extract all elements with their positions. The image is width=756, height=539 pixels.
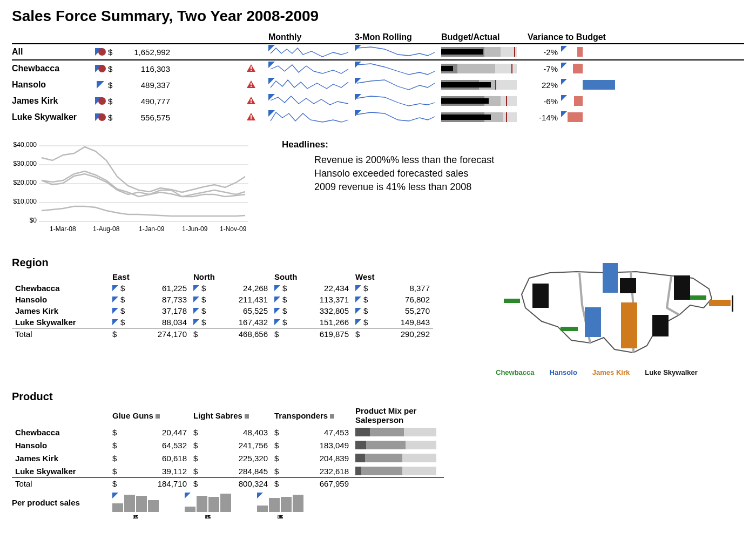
row-name: Luke Skywalker — [12, 112, 93, 122]
variance-bar — [561, 95, 626, 107]
indicator-icon — [93, 65, 108, 72]
headline-0: Revenue is 200%% less than the forecast — [282, 153, 744, 167]
product-mix-bar — [355, 441, 436, 449]
rolling-sparkline — [355, 94, 441, 108]
svg-rect-0 — [251, 66, 252, 69]
row-value: 489,337 — [122, 80, 186, 90]
svg-rect-25 — [561, 327, 578, 331]
alert-icon — [247, 80, 268, 90]
variance-pct: -7% — [529, 64, 561, 73]
product-mix-bar — [355, 454, 436, 462]
headlines: Headlines: Revenue is 200%% less than th… — [282, 136, 744, 240]
monthly-sparkline — [268, 78, 355, 92]
svg-rect-1 — [251, 70, 252, 71]
summary-row: Chewbacca $ 116,303 -7% — [12, 60, 744, 77]
per-product-minibar: CHJKLS — [185, 493, 231, 512]
svg-rect-31 — [674, 275, 690, 300]
bullet-chart — [441, 79, 529, 91]
monthly-sparkline — [268, 45, 355, 59]
rolling-sparkline — [355, 45, 441, 59]
variance-pct: 22% — [529, 80, 561, 90]
row-name: Chewbacca — [12, 64, 93, 73]
rolling-sparkline — [355, 110, 441, 124]
svg-rect-26 — [585, 307, 601, 337]
col-monthly: Monthly — [268, 32, 355, 42]
svg-rect-23 — [504, 299, 520, 303]
svg-text:$40,000: $40,000 — [14, 141, 37, 149]
row-value: 490,777 — [122, 97, 186, 106]
bullet-chart — [441, 63, 529, 75]
summary-row: All $ 1,652,992 -2% — [12, 44, 744, 60]
svg-rect-30 — [652, 315, 669, 336]
legend-hansolo: Hansolo — [550, 368, 577, 376]
rolling-sparkline — [355, 62, 441, 76]
svg-text:$20,000: $20,000 — [14, 179, 37, 186]
svg-rect-5 — [251, 102, 252, 103]
summary-row: Hansolo $ 489,337 22% — [12, 77, 744, 93]
col-rolling: 3-Mon Rolling — [355, 32, 441, 42]
svg-text:1-Jan-09: 1-Jan-09 — [139, 225, 165, 233]
row-name: All — [12, 47, 93, 57]
summary-header: Monthly 3-Mon Rolling Budget/Actual Vari… — [12, 32, 744, 44]
svg-rect-28 — [620, 278, 636, 293]
region-map: Chewbacca Hansolo James Kirk Luke Skywal… — [496, 257, 744, 376]
variance-bar — [561, 46, 626, 58]
bullet-chart — [441, 95, 529, 107]
legend-luke: Luke Skywalker — [645, 368, 698, 376]
svg-rect-34 — [732, 295, 733, 312]
variance-pct: -2% — [529, 48, 561, 57]
per-product-minibar: CHJKLS — [257, 493, 303, 512]
currency-symbol: $ — [108, 97, 122, 106]
svg-rect-7 — [251, 118, 252, 119]
page-title: Sales Force Summary, Two Year 2008-2009 — [12, 8, 744, 25]
region-title: Region — [12, 257, 109, 269]
svg-text:1-Jun-09: 1-Jun-09 — [182, 225, 208, 233]
alert-icon — [247, 113, 268, 122]
row-name: Hansolo — [12, 80, 93, 90]
row-value: 556,575 — [122, 113, 186, 122]
row-value: 116,303 — [122, 64, 186, 73]
svg-rect-24 — [532, 284, 549, 308]
svg-rect-3 — [251, 86, 252, 87]
svg-rect-4 — [251, 99, 252, 102]
bullet-chart — [441, 46, 529, 58]
monthly-sparkline — [268, 62, 355, 76]
svg-text:1-Nov-09: 1-Nov-09 — [220, 225, 247, 233]
svg-text:$10,000: $10,000 — [14, 198, 37, 205]
currency-symbol: $ — [108, 64, 122, 73]
svg-rect-33 — [709, 300, 731, 306]
alert-icon — [247, 97, 268, 106]
monthly-sparkline — [268, 110, 355, 124]
indicator-icon — [93, 81, 108, 89]
svg-rect-6 — [251, 115, 252, 118]
region-table: EastNorthSouthWestChewbacca$61,225$24,26… — [12, 271, 433, 340]
svg-text:$30,000: $30,000 — [14, 160, 37, 167]
alert-icon — [247, 64, 268, 73]
svg-rect-27 — [603, 263, 618, 293]
monthly-sparkline — [268, 94, 355, 108]
currency-symbol: $ — [108, 80, 122, 90]
legend-jameskirk: James Kirk — [592, 368, 630, 376]
overview-line-chart: $40,000 $30,000 $20,000 $10,000 $0 1-Mar… — [12, 136, 249, 240]
bullet-chart — [441, 111, 529, 123]
headline-1: Hansolo exceeded forecasted sales — [282, 167, 744, 180]
product-title: Product — [12, 390, 109, 403]
summary-row: James Kirk $ 490,777 -6% — [12, 93, 744, 109]
row-name: James Kirk — [12, 96, 93, 106]
variance-bar — [561, 63, 626, 75]
legend-chewbacca: Chewbacca — [496, 368, 535, 376]
rolling-sparkline — [355, 78, 441, 92]
row-value: 1,652,992 — [122, 48, 186, 57]
svg-rect-29 — [621, 302, 637, 348]
per-product-label: Per product sales — [12, 498, 110, 507]
svg-text:$0: $0 — [30, 217, 37, 224]
col-variance: Variance to Budget — [528, 32, 636, 42]
col-budget: Budget/Actual — [441, 32, 528, 42]
currency-symbol: $ — [108, 48, 122, 57]
svg-rect-2 — [251, 83, 252, 85]
indicator-icon — [93, 48, 108, 56]
indicator-icon — [93, 113, 108, 121]
map-legend: Chewbacca Hansolo James Kirk Luke Skywal… — [496, 368, 744, 376]
product-mix-bar — [355, 467, 436, 475]
headlines-title: Headlines: — [282, 139, 744, 150]
